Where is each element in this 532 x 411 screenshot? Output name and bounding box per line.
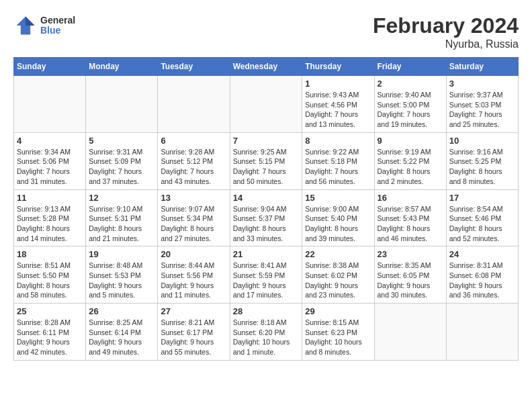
day-number: 14 bbox=[233, 193, 300, 203]
calendar-cell: 28Sunrise: 8:18 AMSunset: 6:20 PMDayligh… bbox=[230, 304, 302, 361]
location: Nyurba, Russia bbox=[373, 38, 519, 50]
day-number: 17 bbox=[449, 193, 515, 203]
calendar-week-row: 18Sunrise: 8:51 AMSunset: 5:50 PMDayligh… bbox=[14, 246, 519, 304]
calendar-cell: 27Sunrise: 8:21 AMSunset: 6:17 PMDayligh… bbox=[158, 304, 230, 361]
day-number: 7 bbox=[233, 136, 300, 146]
day-info: Sunrise: 8:31 AMSunset: 6:08 PMDaylight:… bbox=[449, 261, 515, 300]
day-number: 16 bbox=[378, 193, 443, 203]
day-info: Sunrise: 9:13 AMSunset: 5:28 PMDaylight:… bbox=[17, 204, 83, 244]
day-number: 3 bbox=[449, 79, 515, 89]
svg-marker-1 bbox=[26, 17, 35, 26]
day-info: Sunrise: 9:04 AMSunset: 5:37 PMDaylight:… bbox=[233, 204, 300, 244]
day-number: 10 bbox=[449, 136, 515, 146]
day-info: Sunrise: 8:25 AMSunset: 6:14 PMDaylight:… bbox=[89, 318, 154, 357]
logo: General Blue bbox=[13, 13, 75, 38]
calendar-cell: 23Sunrise: 8:35 AMSunset: 6:05 PMDayligh… bbox=[374, 246, 446, 304]
day-number: 21 bbox=[233, 249, 300, 259]
calendar-week-row: 11Sunrise: 9:13 AMSunset: 5:28 PMDayligh… bbox=[14, 189, 519, 246]
calendar-cell: 7Sunrise: 9:25 AMSunset: 5:15 PMDaylight… bbox=[230, 132, 302, 189]
day-number: 8 bbox=[305, 136, 371, 146]
day-info: Sunrise: 9:16 AMSunset: 5:25 PMDaylight:… bbox=[449, 147, 515, 187]
logo-blue: Blue bbox=[40, 26, 75, 36]
calendar-cell bbox=[374, 304, 446, 361]
calendar-cell: 26Sunrise: 8:25 AMSunset: 6:14 PMDayligh… bbox=[86, 304, 158, 361]
calendar-cell: 2Sunrise: 9:40 AMSunset: 5:00 PMDaylight… bbox=[374, 76, 446, 133]
calendar-cell bbox=[14, 76, 86, 133]
day-number: 28 bbox=[233, 306, 300, 316]
day-info: Sunrise: 8:15 AMSunset: 6:23 PMDaylight:… bbox=[305, 318, 371, 357]
day-number: 6 bbox=[161, 136, 226, 146]
calendar-body: 1Sunrise: 9:43 AMSunset: 4:56 PMDaylight… bbox=[14, 76, 519, 361]
weekday-header-saturday: Saturday bbox=[446, 58, 518, 76]
day-number: 9 bbox=[378, 136, 443, 146]
calendar-cell bbox=[446, 304, 518, 361]
day-info: Sunrise: 8:38 AMSunset: 6:02 PMDaylight:… bbox=[305, 261, 371, 300]
day-info: Sunrise: 8:51 AMSunset: 5:50 PMDaylight:… bbox=[17, 261, 83, 300]
calendar-cell bbox=[158, 76, 230, 133]
calendar-cell: 21Sunrise: 8:41 AMSunset: 5:59 PMDayligh… bbox=[230, 246, 302, 304]
page-header: General Blue February 2024 Nyurba, Russi… bbox=[13, 13, 519, 50]
calendar-cell: 14Sunrise: 9:04 AMSunset: 5:37 PMDayligh… bbox=[230, 189, 302, 246]
calendar-cell: 4Sunrise: 9:34 AMSunset: 5:06 PMDaylight… bbox=[14, 132, 86, 189]
day-number: 24 bbox=[449, 249, 515, 259]
day-number: 25 bbox=[17, 306, 83, 316]
calendar-table: SundayMondayTuesdayWednesdayThursdayFrid… bbox=[13, 57, 519, 361]
day-info: Sunrise: 8:35 AMSunset: 6:05 PMDaylight:… bbox=[378, 261, 443, 300]
calendar-cell: 13Sunrise: 9:07 AMSunset: 5:34 PMDayligh… bbox=[158, 189, 230, 246]
day-info: Sunrise: 9:22 AMSunset: 5:18 PMDaylight:… bbox=[305, 147, 371, 187]
day-number: 5 bbox=[89, 136, 154, 146]
calendar-cell: 9Sunrise: 9:19 AMSunset: 5:22 PMDaylight… bbox=[374, 132, 446, 189]
calendar-cell: 24Sunrise: 8:31 AMSunset: 6:08 PMDayligh… bbox=[446, 246, 518, 304]
day-info: Sunrise: 9:37 AMSunset: 5:03 PMDaylight:… bbox=[449, 90, 515, 130]
calendar-cell bbox=[230, 76, 302, 133]
day-info: Sunrise: 8:18 AMSunset: 6:20 PMDaylight:… bbox=[233, 318, 300, 357]
day-number: 12 bbox=[89, 193, 154, 203]
day-number: 18 bbox=[17, 249, 83, 259]
day-info: Sunrise: 9:00 AMSunset: 5:40 PMDaylight:… bbox=[305, 204, 371, 244]
day-number: 23 bbox=[378, 249, 443, 259]
logo-general: General bbox=[40, 15, 75, 26]
day-info: Sunrise: 9:28 AMSunset: 5:12 PMDaylight:… bbox=[161, 147, 226, 187]
calendar-week-row: 4Sunrise: 9:34 AMSunset: 5:06 PMDaylight… bbox=[14, 132, 519, 189]
day-number: 15 bbox=[305, 193, 371, 203]
weekday-header-monday: Monday bbox=[86, 58, 158, 76]
calendar-cell: 29Sunrise: 8:15 AMSunset: 6:23 PMDayligh… bbox=[302, 304, 374, 361]
calendar-cell: 11Sunrise: 9:13 AMSunset: 5:28 PMDayligh… bbox=[14, 189, 86, 246]
weekday-header-row: SundayMondayTuesdayWednesdayThursdayFrid… bbox=[14, 58, 519, 76]
title-block: February 2024 Nyurba, Russia bbox=[373, 13, 519, 50]
calendar-cell: 19Sunrise: 8:48 AMSunset: 5:53 PMDayligh… bbox=[86, 246, 158, 304]
day-number: 26 bbox=[89, 306, 154, 316]
weekday-header-sunday: Sunday bbox=[14, 58, 86, 76]
calendar-cell: 18Sunrise: 8:51 AMSunset: 5:50 PMDayligh… bbox=[14, 246, 86, 304]
weekday-header-thursday: Thursday bbox=[302, 58, 374, 76]
calendar-cell: 5Sunrise: 9:31 AMSunset: 5:09 PMDaylight… bbox=[86, 132, 158, 189]
day-number: 2 bbox=[378, 79, 443, 89]
calendar-cell: 1Sunrise: 9:43 AMSunset: 4:56 PMDaylight… bbox=[302, 76, 374, 133]
logo-icon bbox=[13, 13, 38, 38]
day-number: 11 bbox=[17, 193, 83, 203]
logo-text: General Blue bbox=[40, 15, 75, 36]
day-info: Sunrise: 8:54 AMSunset: 5:46 PMDaylight:… bbox=[449, 204, 515, 244]
day-info: Sunrise: 8:41 AMSunset: 5:59 PMDaylight:… bbox=[233, 261, 300, 300]
calendar-cell: 6Sunrise: 9:28 AMSunset: 5:12 PMDaylight… bbox=[158, 132, 230, 189]
calendar-cell: 16Sunrise: 8:57 AMSunset: 5:43 PMDayligh… bbox=[374, 189, 446, 246]
day-info: Sunrise: 9:25 AMSunset: 5:15 PMDaylight:… bbox=[233, 147, 300, 187]
calendar-cell: 8Sunrise: 9:22 AMSunset: 5:18 PMDaylight… bbox=[302, 132, 374, 189]
calendar-week-row: 25Sunrise: 8:28 AMSunset: 6:11 PMDayligh… bbox=[14, 304, 519, 361]
day-info: Sunrise: 8:28 AMSunset: 6:11 PMDaylight:… bbox=[17, 318, 83, 357]
calendar-cell: 3Sunrise: 9:37 AMSunset: 5:03 PMDaylight… bbox=[446, 76, 518, 133]
day-info: Sunrise: 8:44 AMSunset: 5:56 PMDaylight:… bbox=[161, 261, 226, 300]
calendar-week-row: 1Sunrise: 9:43 AMSunset: 4:56 PMDaylight… bbox=[14, 76, 519, 133]
day-number: 29 bbox=[305, 306, 371, 316]
month-title: February 2024 bbox=[373, 13, 519, 38]
day-info: Sunrise: 9:40 AMSunset: 5:00 PMDaylight:… bbox=[378, 90, 443, 130]
day-info: Sunrise: 9:07 AMSunset: 5:34 PMDaylight:… bbox=[161, 204, 226, 244]
day-info: Sunrise: 9:10 AMSunset: 5:31 PMDaylight:… bbox=[89, 204, 154, 244]
weekday-header-tuesday: Tuesday bbox=[158, 58, 230, 76]
weekday-header-wednesday: Wednesday bbox=[230, 58, 302, 76]
day-info: Sunrise: 8:21 AMSunset: 6:17 PMDaylight:… bbox=[161, 318, 226, 357]
day-number: 4 bbox=[17, 136, 83, 146]
calendar-cell bbox=[86, 76, 158, 133]
calendar-header: SundayMondayTuesdayWednesdayThursdayFrid… bbox=[14, 58, 519, 76]
calendar-cell: 10Sunrise: 9:16 AMSunset: 5:25 PMDayligh… bbox=[446, 132, 518, 189]
